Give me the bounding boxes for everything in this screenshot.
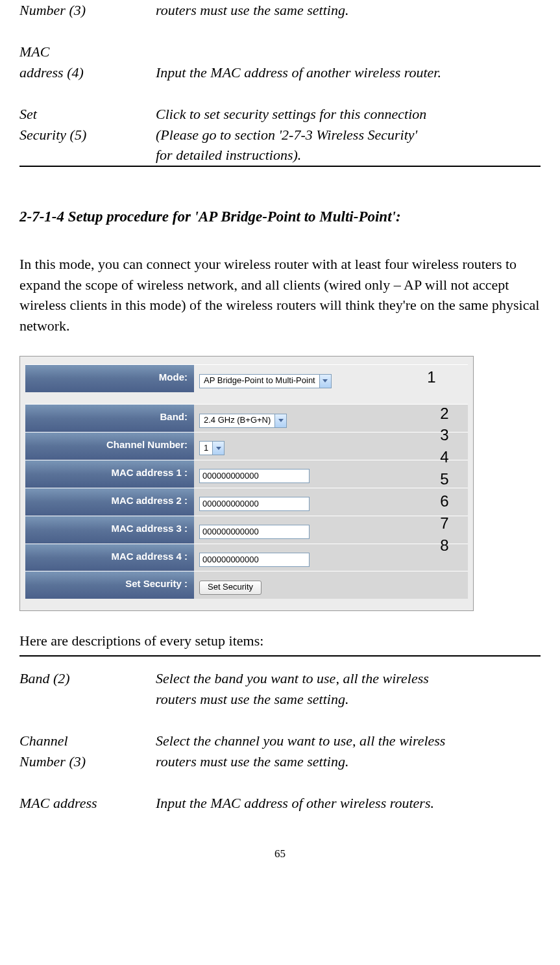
row-security: Set Security : Set Security	[25, 571, 468, 599]
config-screenshot-wrap: Mode: AP Bridge-Point to Multi-Point Ban…	[19, 356, 541, 611]
def-desc: routers must use the same setting.	[156, 691, 348, 707]
page-number: 65	[19, 846, 541, 862]
def-label: Security (5)	[19, 127, 86, 143]
band-select-text: 2.4 GHz (B+G+N)	[200, 414, 274, 427]
mac2-input[interactable]: 000000000000	[199, 497, 310, 511]
def-desc: (Please go to section '2-7-3 Wireless Se…	[156, 127, 417, 143]
mode-select-text: AP Bridge-Point to Multi-Point	[200, 375, 319, 387]
annotation-3: 3	[435, 424, 454, 447]
def-row-security: Set Click to set security settings for t…	[19, 104, 541, 125]
def-label: Set	[19, 106, 37, 122]
band-select[interactable]: 2.4 GHz (B+G+N)	[199, 414, 287, 428]
def-label: address (4)	[19, 64, 84, 81]
label-band: Band:	[25, 404, 194, 432]
annotation-4: 4	[435, 446, 454, 469]
def-row-channel-b: Number (3) routers must use the same set…	[19, 751, 541, 772]
row-mac4: MAC address 4 : 000000000000	[25, 544, 468, 571]
mac1-input[interactable]: 000000000000	[199, 469, 310, 483]
annotation-5: 5	[435, 468, 454, 491]
row-mode: Mode: AP Bridge-Point to Multi-Point	[25, 364, 468, 392]
label-security: Set Security :	[25, 571, 194, 599]
def-row-channel: Channel Select the channel you want to u…	[19, 731, 541, 751]
row-mac2: MAC address 2 : 000000000000	[25, 488, 468, 516]
def-label: Channel	[19, 733, 68, 749]
section-heading: 2-7-1-4 Setup procedure for 'AP Bridge-P…	[19, 206, 541, 227]
def-row-band-b: routers must use the same setting.	[19, 689, 541, 710]
def-row-band: Band (2) Select the band you want to use…	[19, 668, 541, 689]
chevron-down-icon	[319, 375, 331, 388]
label-channel: Channel Number:	[25, 432, 194, 460]
row-mac1: MAC address 1 : 000000000000	[25, 460, 468, 488]
annotation-7: 7	[435, 512, 454, 535]
annotation-1: 1	[422, 366, 441, 389]
label-mac3: MAC address 3 :	[25, 516, 194, 544]
def-row-number: Number (3) routers must use the same set…	[19, 0, 541, 21]
def-row-security-c: for detailed instructions).	[19, 145, 541, 166]
desc-intro: Here are descriptions of every setup ite…	[19, 631, 541, 651]
annotation-2: 2	[435, 403, 454, 425]
def-row-mac-bottom: MAC address Input the MAC address of oth…	[19, 793, 541, 814]
def-desc: Click to set security settings for this …	[156, 106, 426, 122]
mac3-input[interactable]: 000000000000	[199, 525, 310, 539]
intro-paragraph: In this mode, you can connect your wirel…	[19, 254, 541, 337]
chevron-down-icon	[212, 442, 224, 455]
label-mac1: MAC address 1 :	[25, 460, 194, 488]
annotation-8: 8	[435, 534, 454, 557]
def-label: MAC	[19, 44, 49, 60]
label-mac4: MAC address 4 :	[25, 544, 194, 571]
def-desc: routers must use the same setting.	[156, 753, 348, 770]
label-mode: Mode:	[25, 364, 194, 392]
def-desc: Select the channel you want to use, all …	[156, 733, 445, 749]
def-row-mac-b: address (4) Input the MAC address of ano…	[19, 62, 541, 83]
def-row-mac: MAC	[19, 42, 541, 62]
row-channel: Channel Number: 1	[25, 432, 468, 460]
label-mac2: MAC address 2 :	[25, 488, 194, 516]
set-security-button[interactable]: Set Security	[199, 581, 262, 595]
chevron-down-icon	[274, 414, 286, 427]
def-label: Number (3)	[19, 2, 86, 18]
def-row-security-b: Security (5) (Please go to section '2-7-…	[19, 125, 541, 145]
channel-select-text: 1	[200, 442, 212, 455]
def-desc: for detailed instructions).	[156, 147, 301, 163]
row-band: Band: 2.4 GHz (B+G+N)	[25, 404, 468, 432]
def-label: Band (2)	[19, 670, 70, 686]
mac4-input[interactable]: 000000000000	[199, 553, 310, 567]
def-desc: Input the MAC address of another wireles…	[156, 64, 441, 81]
annotation-6: 6	[435, 490, 454, 513]
def-label: MAC address	[19, 795, 97, 811]
def-label: Number (3)	[19, 753, 86, 770]
divider	[19, 166, 541, 167]
row-mac3: MAC address 3 : 000000000000	[25, 516, 468, 544]
def-desc: routers must use the same setting.	[156, 2, 348, 18]
channel-select[interactable]: 1	[199, 441, 225, 455]
def-desc: Input the MAC address of other wireless …	[156, 795, 434, 811]
mode-select[interactable]: AP Bridge-Point to Multi-Point	[199, 374, 332, 388]
def-desc: Select the band you want to use, all the…	[156, 670, 429, 686]
config-screenshot: Mode: AP Bridge-Point to Multi-Point Ban…	[19, 356, 474, 611]
